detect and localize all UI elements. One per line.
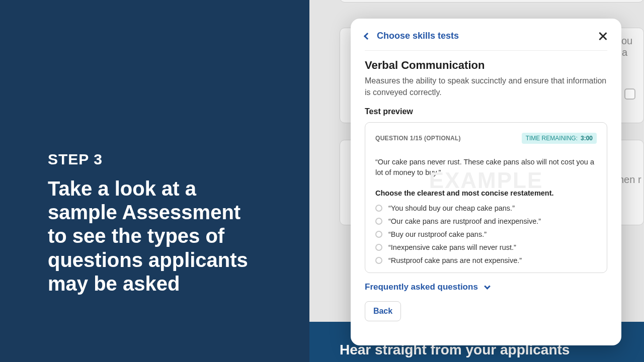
- answer-option[interactable]: “Buy our rustproof cake pans.”: [375, 230, 597, 238]
- radio-icon: [375, 231, 382, 238]
- skills-test-modal: Choose skills tests Verbal Communication…: [351, 19, 621, 345]
- prompt-instruction: Choose the clearest and most concise res…: [375, 189, 597, 197]
- back-nav[interactable]: Choose skills tests: [365, 31, 459, 41]
- preview-top-row: QUESTION 1/15 (OPTIONAL) TIME REMAINING:…: [375, 133, 597, 144]
- answer-option[interactable]: “Inexpensive cake pans will never rust.”: [375, 243, 597, 251]
- answer-option[interactable]: “Rustproof cake pans are not expensive.”: [375, 256, 597, 264]
- answer-options: “You should buy our cheap cake pans.” “O…: [375, 204, 597, 264]
- radio-icon: [375, 244, 382, 251]
- bg-card: [340, 0, 644, 3]
- option-label: “You should buy our cheap cake pans.”: [388, 204, 515, 212]
- option-label: “Buy our rustproof cake pans.”: [388, 230, 487, 238]
- time-value: 3:00: [581, 135, 593, 142]
- answer-option[interactable]: “You should buy our cheap cake pans.”: [375, 204, 597, 212]
- question-meta: QUESTION 1/15 (OPTIONAL): [375, 135, 461, 142]
- radio-icon: [375, 205, 382, 212]
- left-panel: STEP 3 Take a look at a sample Assessmen…: [0, 0, 309, 362]
- modal-title: Verbal Communication: [365, 59, 607, 72]
- radio-icon: [375, 218, 382, 225]
- answer-option[interactable]: “Our cake pans are rustproof and inexpen…: [375, 217, 597, 225]
- step-label: STEP 3: [48, 151, 284, 168]
- back-nav-label: Choose skills tests: [377, 31, 459, 41]
- modal-description: Measures the ability to speak succinctly…: [365, 75, 607, 98]
- radio-icon: [375, 257, 382, 264]
- preview-card: EXAMPLE QUESTION 1/15 (OPTIONAL) TIME RE…: [365, 122, 607, 273]
- stage: STEP 3 Take a look at a sample Assessmen…: [0, 0, 644, 362]
- step-description: Take a look at a sample Assessment to se…: [48, 177, 259, 296]
- back-button[interactable]: Back: [365, 301, 401, 321]
- faq-label: Frequently asked questions: [365, 282, 478, 292]
- bg-checkbox: [624, 88, 635, 100]
- option-label: “Our cake pans are rustproof and inexpen…: [388, 217, 541, 225]
- faq-toggle[interactable]: Frequently asked questions: [365, 282, 607, 292]
- option-label: “Rustproof cake pans are not expensive.”: [388, 256, 522, 264]
- time-remaining-pill: TIME REMAINING: 3:00: [522, 133, 597, 144]
- preview-label: Test preview: [365, 107, 607, 116]
- time-label: TIME REMAINING:: [526, 135, 578, 142]
- bg-peek-text: hen r: [618, 174, 641, 186]
- prompt-quote: “Our cake pans never rust. These cake pa…: [375, 157, 597, 178]
- option-label: “Inexpensive cake pans will never rust.”: [388, 243, 516, 251]
- close-icon[interactable]: [598, 32, 607, 41]
- chevron-left-icon: [364, 32, 371, 39]
- chevron-down-icon: [484, 284, 491, 290]
- modal-header: Choose skills tests: [365, 31, 607, 51]
